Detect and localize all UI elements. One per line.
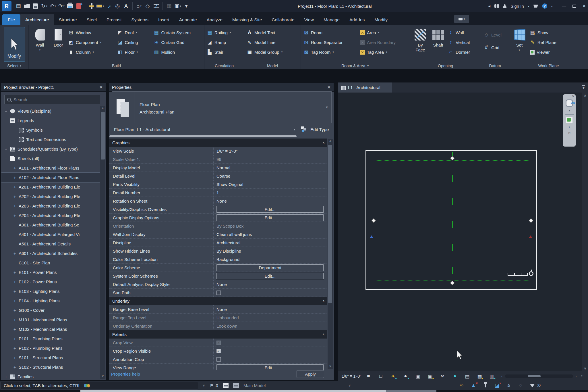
- viewer-button[interactable]: Viewer: [530, 48, 556, 56]
- property-value[interactable]: Background: [213, 255, 327, 263]
- main-model-select[interactable]: Main Model: [243, 383, 266, 388]
- dropdown-caret-icon[interactable]: ▾: [103, 5, 104, 7]
- property-value[interactable]: [213, 289, 327, 297]
- visual-style-icon[interactable]: □: [378, 373, 384, 379]
- chevron-down-icon[interactable]: ▼: [325, 105, 328, 109]
- reference-plane-horizontal[interactable]: [368, 221, 537, 221]
- property-value[interactable]: Department: [213, 264, 327, 272]
- crop-view-icon[interactable]: ▣: [415, 373, 421, 379]
- room-button[interactable]: Room: [303, 28, 358, 37]
- property-checkbox[interactable]: [216, 291, 221, 295]
- ribbon-tab-insert[interactable]: Insert: [153, 14, 174, 25]
- thin-lines-icon[interactable]: [152, 2, 160, 10]
- floor-button[interactable]: Floor▾: [117, 48, 151, 56]
- ribbon-tab-analyze[interactable]: Analyze: [202, 14, 227, 25]
- close-icon[interactable]: ✕: [572, 95, 575, 98]
- ribbon-tab-collaborate[interactable]: Collaborate: [267, 14, 299, 25]
- scroll-left-icon[interactable]: ‹: [499, 374, 505, 378]
- tree-expand-toggle[interactable]: +: [13, 289, 16, 294]
- tree-expand-toggle[interactable]: +: [13, 204, 16, 208]
- browser-scrollbar[interactable]: ∧ ∨: [100, 106, 105, 379]
- select-underlay-elements-toggle[interactable]: ▲×: [470, 382, 477, 389]
- analytical-model-icon[interactable]: ▦●: [476, 373, 483, 379]
- tree-item[interactable]: A401 - Architectural Enlarged Vi: [1, 230, 100, 239]
- editing-requests-button[interactable]: ⚑ :0: [210, 383, 218, 388]
- tree-item[interactable]: A501 - Architectural Details: [1, 239, 100, 249]
- stair-button[interactable]: Stair: [207, 48, 231, 56]
- property-section-header[interactable]: Graphics∧: [109, 139, 327, 147]
- ribbon-tab-annotate[interactable]: Annotate: [174, 14, 202, 25]
- type-selector[interactable]: Floor Plan Architectural Plan ▼: [112, 91, 332, 123]
- vertical-opening-button[interactable]: Vertical: [448, 38, 470, 47]
- tree-item[interactable]: +A203 - Architectural Building Ele: [1, 201, 100, 211]
- view-reference-icon[interactable]: [529, 271, 533, 276]
- select-links-toggle[interactable]: ∞: [458, 382, 465, 389]
- area-button[interactable]: Area▾: [360, 28, 406, 37]
- property-value[interactable]: Edit...: [213, 214, 327, 222]
- reference-plane-vertical[interactable]: [452, 152, 453, 287]
- reveal-constraints-icon[interactable]: ▥●: [489, 373, 495, 379]
- select-elements-by-face-toggle[interactable]: ◪×: [494, 382, 500, 389]
- aligned-dimension-icon[interactable]: ↔: [105, 2, 113, 10]
- canvas-horizontal-scrollbar[interactable]: ‹ › ∷: [499, 374, 588, 378]
- store-cart-icon[interactable]: [533, 5, 538, 8]
- navigation-bar[interactable]: ✕ 2D ▾ ▾ ⊜: [563, 94, 576, 147]
- design-options-icon[interactable]: [233, 383, 239, 388]
- synchronize-icon[interactable]: ↻▾: [40, 2, 48, 10]
- ribbon-tab-modify[interactable]: Modify: [370, 14, 392, 25]
- property-value[interactable]: Coarse: [213, 172, 327, 180]
- wall-button[interactable]: Wall▾: [31, 27, 49, 61]
- close-button[interactable]: ×: [583, 3, 586, 9]
- shadows-icon[interactable]: ●●: [402, 373, 409, 379]
- tree-item[interactable]: +G100 - Cover: [1, 305, 100, 315]
- property-value-text[interactable]: Clean all wall joins: [216, 232, 252, 237]
- scroll-down-icon[interactable]: ∨: [582, 366, 588, 370]
- temporary-view-properties-icon[interactable]: ▤: [464, 373, 470, 379]
- ribbon-tab-manage[interactable]: Manage: [319, 14, 345, 25]
- tree-item[interactable]: +Families: [1, 372, 100, 379]
- scroll-down-icon[interactable]: ∨: [328, 364, 333, 369]
- tree-item[interactable]: +A601 - Architectural Schedules: [1, 249, 100, 258]
- property-value[interactable]: By Discipline: [213, 247, 327, 255]
- property-edit-button[interactable]: Department: [216, 264, 324, 271]
- tree-item[interactable]: +M101 - Mechanical Plans: [1, 315, 100, 324]
- tree-expand-toggle[interactable]: +: [13, 194, 16, 199]
- tree-item[interactable]: +E101 - Power Plans: [1, 268, 100, 277]
- tree-expand-toggle[interactable]: +: [4, 374, 8, 379]
- drag-elements-on-selection-toggle[interactable]: ↔↕: [505, 382, 512, 389]
- tree-item[interactable]: +E103 - Lighting Plans: [1, 287, 100, 296]
- scroll-up-icon[interactable]: ∧: [582, 93, 588, 97]
- property-value[interactable]: Normal: [213, 164, 327, 172]
- save-icon[interactable]: [32, 2, 40, 10]
- tree-item[interactable]: +A102 - Architectural Floor Plans: [1, 173, 100, 182]
- ribbon-tab-add-ins[interactable]: Add-Ins: [345, 14, 370, 25]
- tree-expand-toggle[interactable]: +: [13, 318, 16, 322]
- elevation-marker-left[interactable]: [370, 235, 373, 238]
- properties-scrollbar[interactable]: ∧ ∨: [328, 139, 333, 369]
- ribbon-tab-precast[interactable]: Precast: [102, 14, 127, 25]
- canvas-vertical-scrollbar[interactable]: ∧ ∨: [582, 93, 588, 371]
- measure-icon[interactable]: [88, 2, 96, 10]
- property-edit-button[interactable]: Edit...: [216, 273, 324, 279]
- properties-horizontal-scrollbar[interactable]: [109, 135, 297, 137]
- wall-opening-button[interactable]: Wall: [448, 28, 470, 37]
- grid-button[interactable]: Grid: [483, 43, 502, 52]
- maximize-button[interactable]: [572, 5, 576, 8]
- tag-room-button[interactable]: Tag Room▾: [303, 48, 358, 56]
- chevron-down-icon[interactable]: ▾: [294, 128, 295, 131]
- view-scale-button[interactable]: 1/8" = 1'-0": [338, 374, 365, 378]
- switch-windows-icon[interactable]: ▣▾: [174, 2, 182, 10]
- property-value-text[interactable]: Show Original: [216, 182, 243, 187]
- tree-expand-toggle[interactable]: +: [13, 213, 16, 218]
- undo-icon[interactable]: ↶▾: [49, 2, 57, 10]
- close-inactive-views-icon[interactable]: ▦: [165, 2, 173, 10]
- tree-item[interactable]: +E104 - Lighting Plans: [1, 296, 100, 305]
- tree-expand-toggle[interactable]: +: [13, 356, 16, 360]
- export-icon[interactable]: [75, 2, 83, 10]
- property-value-text[interactable]: None: [216, 307, 227, 312]
- property-value-text[interactable]: Coarse: [216, 174, 230, 178]
- tree-expand-toggle[interactable]: +: [4, 147, 8, 151]
- set-work-plane-button[interactable]: Set▾: [511, 27, 527, 61]
- ribbon-tab-view[interactable]: View: [299, 14, 319, 25]
- door-button[interactable]: Door: [51, 27, 66, 61]
